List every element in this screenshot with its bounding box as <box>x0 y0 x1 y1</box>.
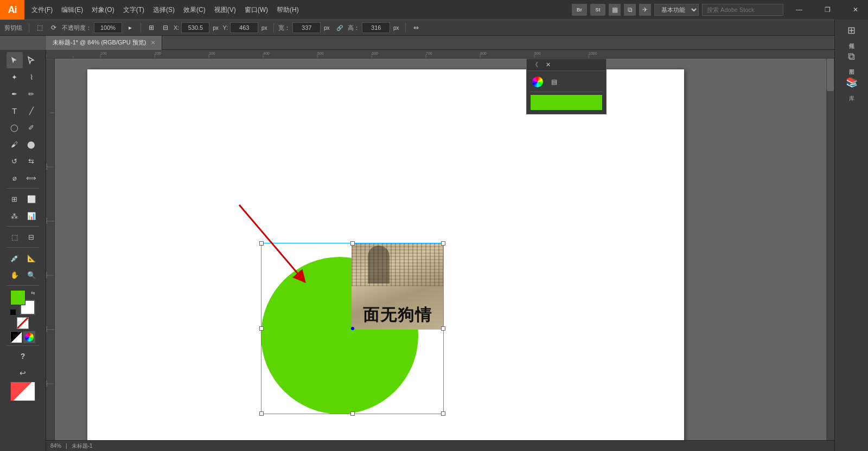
w-input[interactable] <box>292 22 321 33</box>
line-tool[interactable]: ╱ <box>23 102 40 119</box>
opacity-arrow[interactable]: ▸ <box>124 22 136 34</box>
menu-object[interactable]: 对象(O) <box>87 0 118 20</box>
left-tools-panel: ✦ ⌇ ✒ ✏ T ╱ ◯ ✐ 🖌 ⬤ ↺ ⇆ ⌀ ⟺ ⊞ ⬜ ⁂ 📊 ⬚ ⊟ … <box>0 50 46 451</box>
selection-tool[interactable] <box>7 52 23 68</box>
maximize-button[interactable]: ❐ <box>815 0 840 20</box>
stock-icon[interactable]: St <box>590 4 605 16</box>
menu-effect[interactable]: 效果(C) <box>179 0 210 20</box>
svg-text:300: 300 <box>46 217 48 224</box>
layers-panel-tab[interactable]: ⧉ 图层 <box>845 50 858 65</box>
search-stock-input[interactable] <box>702 4 783 16</box>
menu-help[interactable]: 帮助(H) <box>272 0 303 20</box>
help-tool[interactable]: ? <box>15 348 31 364</box>
transform-more-icon[interactable]: ⇔ <box>410 22 422 34</box>
y-unit: px <box>259 22 269 34</box>
x-input[interactable] <box>181 22 209 33</box>
hand-tool[interactable]: ✋ <box>7 267 23 283</box>
swap-icon[interactable]: ⇆ <box>31 290 35 295</box>
shape-builder-tool[interactable]: ⬜ <box>23 191 40 207</box>
ellipse-tool[interactable]: ◯ <box>7 119 23 136</box>
menu-edit[interactable]: 编辑(E) <box>57 0 87 20</box>
menu-text[interactable]: 文字(T) <box>119 0 149 20</box>
artwork-group[interactable]: 面无狗情 <box>261 243 444 414</box>
tool-row-select <box>7 52 40 68</box>
slice-tool[interactable]: ⊟ <box>23 229 40 245</box>
width-tool[interactable]: ⟺ <box>23 170 40 186</box>
graph-tool[interactable]: 📊 <box>23 208 40 224</box>
menu-view[interactable]: 视图(V) <box>210 0 240 20</box>
align-icon[interactable]: ⊟ <box>159 22 171 34</box>
none-swatch[interactable] <box>17 317 29 329</box>
blob-brush-tool[interactable]: ⬤ <box>23 136 40 152</box>
bridge-icon[interactable]: Br <box>572 4 587 16</box>
svg-text:1000: 1000 <box>589 51 597 55</box>
minimize-button[interactable]: — <box>787 0 812 20</box>
curvature-tool[interactable]: ✏ <box>23 86 40 102</box>
svg-text:200: 200 <box>155 51 161 55</box>
tool-separator-4 <box>7 285 39 286</box>
menu-window[interactable]: 窗口(W) <box>240 0 272 20</box>
fill-stroke-swatch[interactable]: ⇆ <box>10 290 35 315</box>
properties-panel-tab[interactable]: ⊞ 属性 <box>845 24 858 39</box>
title-bar: Ai 文件(F) 编辑(E) 对象(O) 文字(T) 选择(S) 效果(C) 视… <box>0 0 868 20</box>
color-wheel-icon[interactable] <box>23 331 35 343</box>
pencil-tool[interactable]: ✐ <box>23 119 40 136</box>
y-input[interactable] <box>230 22 258 33</box>
free-transform-tool[interactable]: ⊞ <box>7 191 23 207</box>
ai-logo: Ai <box>0 0 24 20</box>
status-sep: | <box>66 443 67 449</box>
mirror-tool[interactable]: ⇆ <box>23 153 40 169</box>
lasso-tool[interactable]: ⌇ <box>23 69 40 85</box>
gradient-tab-icon[interactable]: ▤ <box>546 74 561 89</box>
share-icon[interactable]: ✈ <box>639 4 651 16</box>
pen-tool[interactable]: ✒ <box>7 86 23 102</box>
warp-tool[interactable]: ⌀ <box>7 170 23 186</box>
menu-file[interactable]: 文件(F) <box>27 0 57 20</box>
title-bar-right: Br St ▦ ⧉ ✈ 基本功能 — ❐ ✕ <box>572 0 868 20</box>
symbol-tool[interactable]: ⁂ <box>7 208 23 224</box>
scrollbar-thumb-vertical[interactable] <box>827 59 834 91</box>
mini-panel-collapse[interactable]: 《 <box>529 59 541 71</box>
tool-row-eraser: ↺ ⇆ <box>7 153 40 169</box>
arrange-icon[interactable]: ⧉ <box>624 4 636 16</box>
transform-opts-icon[interactable]: ⊞ <box>145 22 157 34</box>
magic-wand-tool[interactable]: ✦ <box>7 69 23 85</box>
text-tool[interactable]: T <box>7 102 23 119</box>
opacity-label: 不透明度： <box>62 24 92 32</box>
mini-panel-close[interactable]: ✕ <box>542 59 554 71</box>
tool-row-grid: ⊞ ⬜ <box>7 191 40 207</box>
eyedropper-tool[interactable]: 💉 <box>7 250 23 266</box>
svg-text:100: 100 <box>100 51 107 55</box>
workspace-selector[interactable]: 基本功能 <box>654 4 699 16</box>
library-panel-tab[interactable]: 📚 库 <box>845 76 858 91</box>
svg-text:300: 300 <box>209 51 215 55</box>
color-tab-icon[interactable] <box>530 74 545 89</box>
menu-select[interactable]: 选择(S) <box>149 0 179 20</box>
close-button[interactable]: ✕ <box>843 0 868 20</box>
scrollbar-vertical[interactable] <box>826 59 834 440</box>
tab-close-button[interactable]: ✕ <box>151 40 155 46</box>
paintbrush-tool[interactable]: 🖌 <box>7 136 23 152</box>
fill-swatch[interactable] <box>10 290 25 305</box>
grid-icon[interactable]: ▦ <box>609 4 621 16</box>
direct-selection-tool[interactable] <box>23 52 40 68</box>
toolbar-sep-3 <box>273 23 274 33</box>
opacity-input[interactable]: 100% <box>94 22 122 33</box>
select-tool-icon[interactable]: ⬚ <box>34 22 46 34</box>
current-color-display <box>530 94 603 111</box>
zoom-tool[interactable]: 🔍 <box>23 267 40 283</box>
artboard-tool[interactable]: ⬚ <box>7 229 23 245</box>
document-tab[interactable]: 未标题-1* @ 84% (RGB/GPU 预览) ✕ <box>46 36 162 50</box>
rotate-tool[interactable]: ↺ <box>7 153 23 169</box>
h-input[interactable] <box>362 22 390 33</box>
h-spinbox: px <box>362 22 401 34</box>
lock-ratio-icon[interactable]: 🔗 <box>334 22 346 34</box>
svg-text:500: 500 <box>46 326 48 332</box>
w-label: 宽： <box>278 24 290 32</box>
greyscale-icon[interactable] <box>10 331 22 343</box>
transform-icon[interactable]: ⟳ <box>48 22 60 34</box>
measure-tool[interactable]: 📐 <box>23 250 40 266</box>
reset-icon[interactable] <box>10 310 16 315</box>
undo-button[interactable]: ↩ <box>15 365 31 381</box>
color-error-swatch[interactable] <box>10 382 35 401</box>
